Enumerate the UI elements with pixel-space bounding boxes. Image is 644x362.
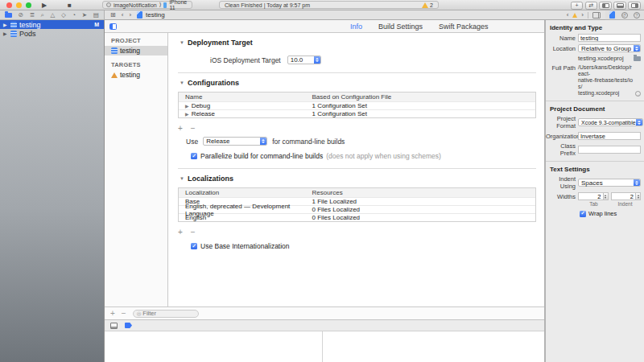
tab-overview-icon[interactable]: ⊞ (110, 11, 116, 19)
toggle-debug-area-button[interactable] (613, 2, 626, 10)
debug-pane-divider[interactable] (322, 331, 323, 362)
project-editor: Info Build Settings Swift Packages PROJE… (105, 20, 545, 362)
toggle-inspector-button[interactable] (628, 2, 641, 10)
scheme-app-icon (106, 2, 111, 7)
breakpoint-navigator-icon[interactable]: ➤ (82, 11, 87, 19)
debug-navigator-icon[interactable]: ◔ (72, 11, 76, 19)
next-issue-button[interactable]: › (581, 11, 584, 19)
report-navigator-icon[interactable]: ▤ (93, 11, 99, 19)
zoom-window-button[interactable] (26, 2, 31, 8)
back-button[interactable]: ‹ (122, 11, 124, 19)
remove-button[interactable]: − (122, 310, 126, 318)
add-configuration-button[interactable]: + (178, 125, 183, 132)
stepper-arrows-icon[interactable] (636, 192, 641, 200)
disclosure-icon[interactable]: ▼ (180, 176, 184, 181)
titlebar: ▶ ■ imageNotification ⟩ iPhone 11 Clean … (0, 0, 644, 10)
location-row: Location Relative to Group (546, 44, 641, 52)
navigator-row-pods[interactable]: ▶ Pods (0, 29, 104, 38)
section-title: Configurations (188, 79, 239, 87)
organization-field[interactable] (578, 132, 641, 140)
localizations-add-remove: + − (178, 228, 544, 236)
class-prefix-field[interactable] (578, 146, 641, 154)
tab-width-field[interactable] (578, 192, 604, 200)
project-file-icon (111, 47, 118, 54)
disclosure-icon[interactable]: ▶ (185, 103, 189, 109)
disclosure-icon[interactable]: ▶ (185, 111, 189, 117)
table-row[interactable]: English 0 Files Localized (179, 213, 535, 221)
remove-localization-button[interactable]: − (191, 228, 196, 236)
navigator-tab-strip: ⊘ ≣ ⌕ △ ◇ ◔ ➤ ▤ (0, 10, 105, 20)
run-button[interactable]: ▶ (42, 2, 47, 9)
editor-arrows-button[interactable]: ⇄ (585, 2, 597, 10)
remove-configuration-button[interactable]: − (191, 125, 196, 132)
tab-info[interactable]: Info (350, 23, 362, 31)
tab-testing[interactable]: testing (146, 11, 165, 19)
disclosure-icon[interactable]: ▼ (180, 40, 184, 45)
indent-using-popup[interactable]: Spaces (578, 179, 641, 187)
full-path-label: Full Path (546, 64, 576, 72)
filter-field[interactable]: ◎ (133, 310, 199, 318)
tab-build-settings[interactable]: Build Settings (378, 23, 423, 31)
project-item-label: testing (120, 47, 140, 55)
add-button[interactable]: + (110, 310, 115, 318)
disclosure-icon[interactable]: ▶ (3, 22, 8, 27)
issue-navigator-icon[interactable]: △ (51, 11, 56, 19)
find-navigator-icon[interactable]: ⌕ (41, 11, 44, 19)
toggle-editor-sidebar-icon[interactable] (109, 23, 117, 30)
tab-swift-packages[interactable]: Swift Packages (439, 23, 489, 31)
disclosure-icon[interactable]: ▶ (3, 31, 8, 36)
table-row[interactable]: English, deprecated — Development Langua… (179, 205, 535, 213)
history-inspector-icon[interactable]: ↺ (621, 12, 628, 19)
name-field[interactable] (578, 34, 641, 42)
add-editor-tab-button[interactable]: + (571, 2, 583, 10)
issue-warning-icon[interactable] (572, 13, 577, 18)
full-path-value: /Users/kans/Desktop/react- native-fireba… (578, 64, 641, 97)
file-name-row: testing.xcodeproj (546, 55, 641, 62)
symbol-navigator-icon[interactable]: ≣ (30, 11, 35, 19)
add-localization-button[interactable]: + (178, 228, 183, 236)
toggle-navigator-button[interactable] (599, 2, 612, 10)
base-internationalization-checkbox[interactable] (191, 243, 197, 249)
test-navigator-icon[interactable]: ◇ (61, 11, 66, 19)
project-navigator-icon[interactable] (5, 13, 12, 18)
editor-section-tabs: Info Build Settings Swift Packages (350, 20, 489, 33)
choose-folder-icon[interactable] (634, 56, 641, 61)
target-item-testing[interactable]: testing (105, 70, 167, 80)
ios-deployment-target-popup[interactable]: 10.0 (287, 56, 321, 64)
table-row[interactable]: ▶Release 1 Configuration Set (179, 109, 535, 117)
scheme-selector[interactable]: imageNotification ⟩ iPhone 11 (102, 1, 192, 9)
config-based-on: 1 Configuration Set (307, 102, 535, 109)
minimize-window-button[interactable] (16, 2, 22, 8)
project-file-icon (10, 31, 17, 37)
table-row[interactable]: ▶Debug 1 Configuration Set (179, 101, 535, 109)
parallelize-checkbox[interactable] (191, 153, 197, 159)
previous-issue-button[interactable]: ‹ (567, 11, 569, 19)
file-inspector-icon[interactable] (609, 11, 615, 19)
forward-button[interactable]: › (129, 11, 131, 19)
inspector-divider (546, 161, 644, 162)
project-item-testing[interactable]: testing (105, 46, 167, 56)
project-format-popup[interactable]: Xcode 9.3-compatible (578, 118, 643, 126)
indent-width-field[interactable] (611, 192, 637, 200)
disclosure-icon[interactable]: ▼ (180, 80, 184, 85)
filter-input[interactable] (142, 310, 191, 317)
breakpoints-toggle-icon[interactable] (125, 323, 132, 328)
wrap-lines-checkbox[interactable] (580, 211, 586, 217)
hide-debug-area-icon[interactable] (110, 323, 118, 329)
configurations-section-header: ▼ Configurations (180, 79, 544, 87)
tab-width-stepper[interactable] (578, 192, 609, 200)
close-window-button[interactable] (6, 2, 12, 8)
command-line-config-popup[interactable]: Release (203, 137, 267, 146)
config-name: Release (192, 110, 215, 117)
use-label: Use (186, 138, 198, 146)
open-in-finder-icon[interactable]: → (635, 91, 641, 97)
warning-badge[interactable]: 2 (422, 2, 433, 8)
stepper-arrows-icon[interactable] (604, 192, 609, 200)
stop-button[interactable]: ■ (68, 2, 72, 9)
source-control-navigator-icon[interactable]: ⊘ (19, 11, 23, 19)
navigator-row-testing[interactable]: ▶ testing M (0, 20, 104, 29)
indent-width-stepper[interactable] (611, 192, 642, 200)
split-editor-icon[interactable] (592, 12, 601, 19)
quick-help-inspector-icon[interactable]: ? (634, 12, 640, 19)
location-popup[interactable]: Relative to Group (578, 44, 641, 52)
